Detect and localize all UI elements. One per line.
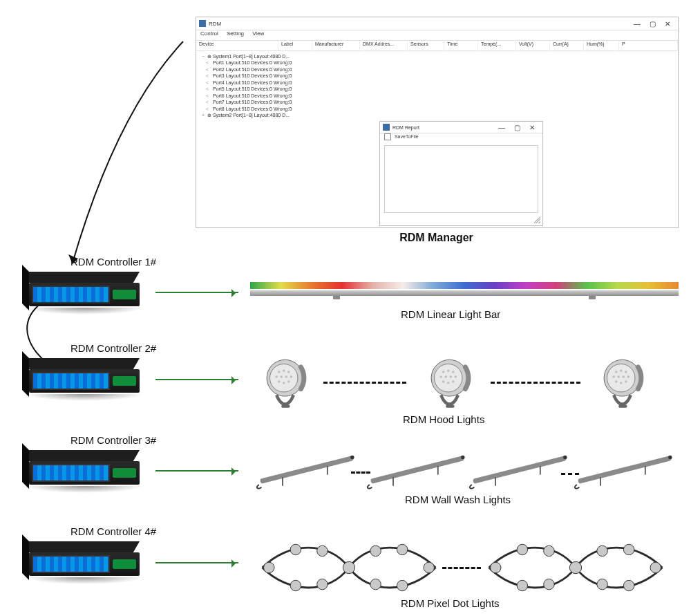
svg-point-31 [612,375,615,378]
tree-expand-icon[interactable]: + [200,112,206,118]
svg-point-74 [623,544,634,554]
app-caption: RDM Manager [196,232,677,244]
menu-control[interactable]: Control [200,30,218,37]
hood-light [256,351,319,412]
col-curr[interactable]: Curr(A) [550,41,584,50]
report-minimize-button[interactable]: — [494,124,509,131]
tree-port[interactable]: Port6 Layout:510 Devices:0 Wrong:0 [200,93,674,99]
col-device[interactable]: Device [196,41,278,50]
tree-port[interactable]: Port7 Layout:510 Devices:0 Wrong:0 [200,99,674,105]
svg-point-22 [442,380,445,383]
controller-ports-icon [32,464,110,482]
window-title: RDM [209,21,221,27]
svg-point-28 [615,371,618,373]
window-close-button[interactable]: ✕ [660,20,675,28]
tree-port[interactable]: Port3 Layout:510 Devices:0 Wrong:0 [200,73,674,79]
col-volt[interactable]: Volt(V) [516,41,550,50]
svg-point-23 [447,382,450,384]
svg-point-62 [370,579,381,589]
svg-point-17 [452,371,455,373]
tree-port[interactable]: Port5 Layout:510 Devices:0 Wrong:0 [200,86,674,92]
report-titlebar[interactable]: RDM Report — ▢ ✕ [380,122,542,133]
rdm-controller-2: RDM Controller 2# [22,342,140,397]
arrow-pc-to-controller-icon [21,35,200,283]
app-icon [199,20,206,27]
report-app-icon [383,124,390,131]
svg-point-57 [290,580,301,590]
svg-line-47 [475,458,564,480]
svg-point-24 [452,380,455,383]
report-body[interactable] [384,145,538,213]
report-close-button[interactable]: ✕ [524,124,540,131]
controller-ports-icon [32,555,110,573]
tree-port[interactable]: Port1 Layout:510 Devices:0 Wrong:0 [200,59,674,66]
col-label[interactable]: Label [278,41,312,50]
svg-point-75 [623,580,634,590]
svg-point-18 [439,375,442,378]
tree-port[interactable]: Port8 Layout:510 Devices:0 Wrong:0 [200,106,674,112]
svg-point-73 [597,579,607,589]
rail-icon [250,290,679,296]
svg-point-68 [517,580,527,590]
svg-point-61 [370,545,381,556]
tree-port[interactable]: Port4 Layout:510 Devices:0 Wrong:0 [200,80,674,86]
svg-point-50 [563,456,567,459]
col-temp[interactable]: Tempe(... [478,41,516,50]
col-p[interactable]: P [619,41,678,50]
svg-point-19 [444,375,447,378]
svg-point-21 [455,375,457,378]
rdm-manager-window: RDM — ▢ ✕ Control Setting View Device La… [196,17,679,228]
tree-system1[interactable]: System1 Port[1~8] Layout:4080 D... [213,54,290,59]
svg-point-7 [285,375,287,378]
svg-point-1 [269,364,297,391]
svg-point-55 [264,562,274,572]
report-title: RDM Report [392,125,419,130]
rdm-controller-1: RDM Controller 1# [22,256,140,310]
svg-point-65 [424,562,434,572]
svg-point-9 [278,380,281,383]
spectrum-icon [250,282,679,289]
report-toolbar: SaveToFile [380,133,542,143]
linear-light-bar [250,282,679,306]
svg-point-8 [290,375,293,378]
device-tree[interactable]: −⊕ System1 Port[1~8] Layout:4080 D... Po… [196,51,678,120]
tree-system2[interactable]: System2 Port[1~8] Layout:4080 D... [213,113,290,118]
svg-point-59 [317,579,328,589]
dashed-connector-icon [561,473,579,475]
controller-2-label: RDM Controller 2# [22,342,140,354]
report-maximize-button[interactable]: ▢ [509,124,524,131]
linear-bar-label: RDM Linear Light Bar [401,308,500,320]
window-titlebar[interactable]: RDM — ▢ ✕ [196,17,678,30]
wall-wash-label: RDM Wall Wash Lights [405,494,511,505]
col-time[interactable]: Time [444,41,478,50]
pixel-dot-cluster [256,536,442,599]
rdm-report-window[interactable]: RDM Report — ▢ ✕ SaveToFile [379,121,543,226]
col-sensors[interactable]: Sensors [408,41,444,50]
svg-point-58 [317,545,328,556]
window-minimize-button[interactable]: — [630,20,645,28]
svg-point-6 [280,375,283,378]
hood-light [420,351,484,412]
svg-line-43 [373,458,462,480]
svg-point-71 [569,561,581,573]
svg-point-10 [283,382,285,384]
tree-port[interactable]: Port2 Layout:510 Devices:0 Wrong:0 [200,66,674,73]
window-maximize-button[interactable]: ▢ [645,20,660,28]
col-hum[interactable]: Hum(%) [584,41,619,50]
controller-ports-icon [32,372,110,390]
svg-point-36 [620,382,623,384]
col-dmx[interactable]: DMX Addres... [360,41,408,50]
pixel-dot-cluster [482,536,669,599]
menu-setting[interactable]: Setting [227,30,244,37]
svg-point-37 [625,380,627,383]
resize-handle-icon[interactable] [534,217,540,223]
svg-point-20 [449,375,452,378]
save-to-file-checkbox[interactable] [384,133,391,140]
svg-line-51 [580,458,669,480]
controller-3-label: RDM Controller 3# [22,434,140,446]
menu-view[interactable]: View [252,30,264,37]
tree-collapse-icon[interactable]: − [200,53,206,59]
col-manufacturer[interactable]: Manufacturer [312,41,360,50]
svg-point-69 [544,545,554,556]
svg-point-2 [278,371,281,373]
